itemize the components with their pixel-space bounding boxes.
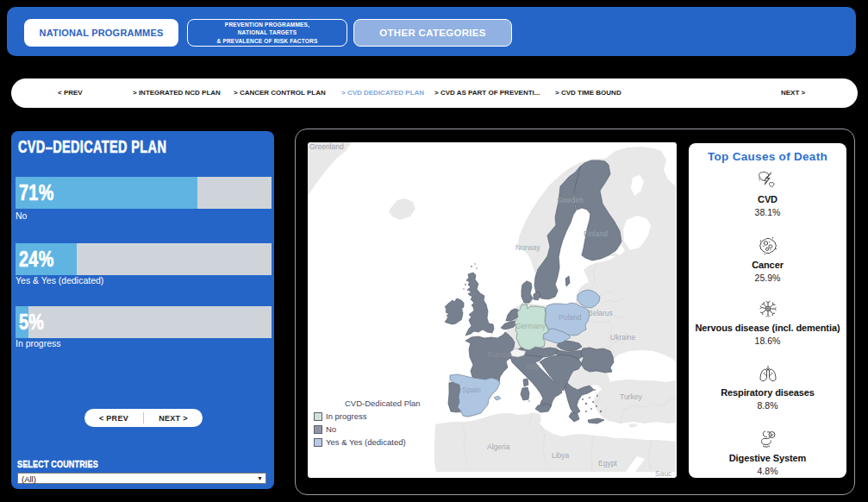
svg-text:Belarus: Belarus: [588, 309, 613, 317]
svg-text:Ukraine: Ukraine: [610, 333, 636, 342]
svg-text:Finland: Finland: [584, 229, 608, 238]
svg-text:Germany: Germany: [515, 322, 546, 330]
svg-text:Turkey: Turkey: [620, 392, 642, 401]
svg-text:Poland: Poland: [559, 313, 582, 322]
svg-text:Sauc: Sauc: [655, 469, 672, 478]
svg-text:Algeria: Algeria: [487, 442, 510, 451]
svg-text:Libya: Libya: [552, 451, 570, 460]
svg-text:Italy: Italy: [526, 362, 540, 371]
svg-text:Spain: Spain: [462, 386, 481, 394]
svg-text:Egypt: Egypt: [598, 459, 617, 467]
svg-text:Sweden: Sweden: [557, 196, 584, 204]
svg-text:France: France: [488, 350, 511, 359]
svg-text:Norway: Norway: [515, 243, 541, 252]
svg-text:Greenland: Greenland: [309, 142, 344, 151]
